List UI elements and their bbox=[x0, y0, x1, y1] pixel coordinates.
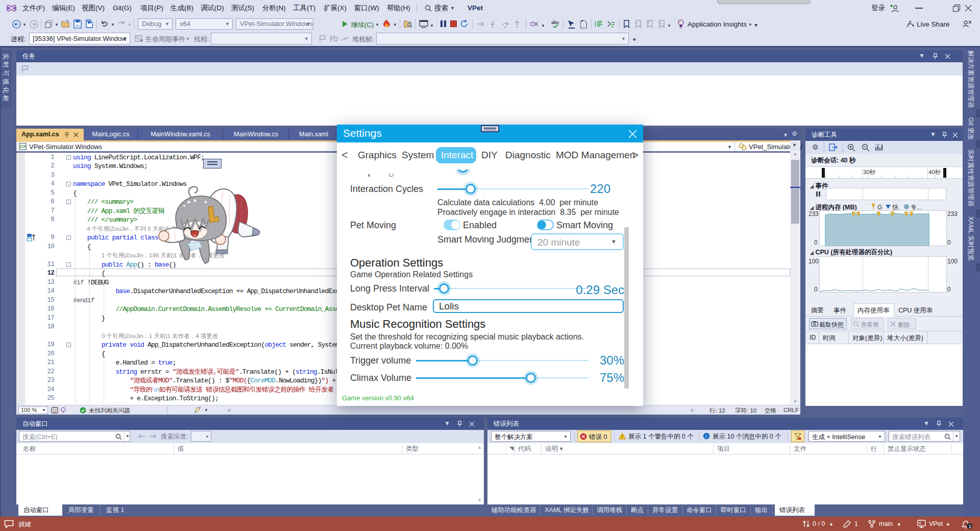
svg-text:C#: C# bbox=[20, 144, 26, 149]
svg-text:1: 1 bbox=[969, 523, 971, 529]
svg-text:abc: abc bbox=[551, 20, 559, 25]
svg-text:G: G bbox=[877, 204, 882, 211]
svg-text:专...: 专... bbox=[911, 204, 922, 211]
svg-text:i: i bbox=[705, 433, 707, 439]
svg-text:快.: 快. bbox=[892, 204, 900, 211]
